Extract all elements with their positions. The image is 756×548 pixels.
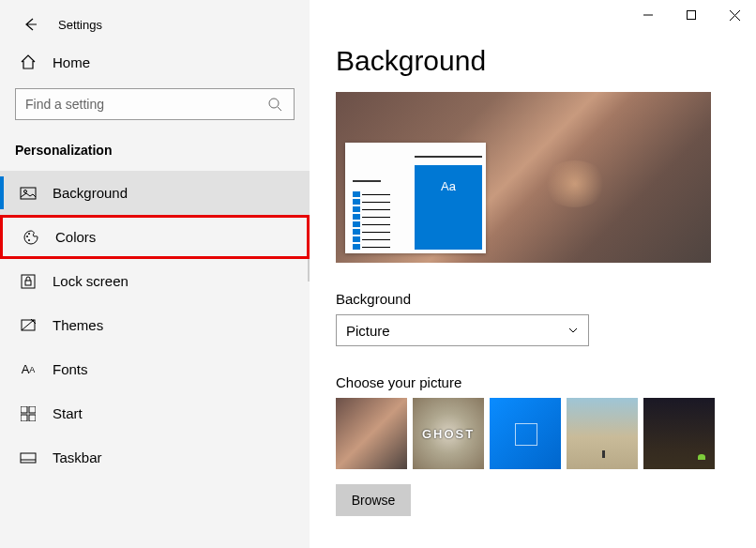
nav-lockscreen[interactable]: Lock screen — [0, 259, 310, 303]
picture-thumb-1[interactable] — [336, 398, 407, 469]
nav-taskbar[interactable]: Taskbar — [0, 435, 310, 480]
nav-themes[interactable]: Themes — [0, 303, 310, 347]
home-label: Home — [53, 54, 90, 70]
browse-button[interactable]: Browse — [336, 484, 411, 516]
picture-thumb-2[interactable]: GHOST — [413, 398, 484, 469]
background-dropdown-label: Background — [336, 291, 730, 307]
picture-thumbnails: GHOST — [336, 398, 730, 469]
preview-menu-lines — [349, 173, 411, 250]
sidebar: Settings Home Personalization Background… — [0, 0, 310, 548]
svg-rect-16 — [21, 415, 27, 421]
lockscreen-icon — [19, 272, 38, 291]
dropdown-value: Picture — [346, 323, 390, 339]
svg-rect-12 — [25, 281, 31, 285]
preview-panel: Aa — [345, 143, 486, 253]
svg-rect-18 — [21, 453, 36, 463]
nav-label: Fonts — [53, 361, 88, 377]
settings-title: Settings — [58, 18, 102, 32]
themes-icon — [19, 316, 38, 335]
svg-point-4 — [269, 99, 279, 108]
section-title: Personalization — [0, 137, 310, 171]
picture-thumb-5[interactable] — [643, 398, 715, 469]
svg-rect-17 — [29, 415, 36, 421]
start-icon — [19, 404, 38, 423]
search-icon — [265, 95, 284, 114]
window-controls — [627, 0, 756, 30]
svg-rect-15 — [29, 406, 36, 413]
close-button[interactable] — [713, 0, 756, 30]
page-title: Background — [336, 45, 730, 77]
palette-icon — [22, 228, 40, 247]
search-box[interactable] — [15, 88, 295, 120]
nav-fonts[interactable]: AA Fonts — [0, 347, 310, 391]
picture-icon — [19, 184, 38, 203]
nav-label: Themes — [53, 317, 103, 333]
preview-aa-tile: Aa — [415, 165, 482, 206]
nav-label: Lock screen — [53, 273, 129, 289]
main-panel: Background Aa — [310, 0, 756, 548]
preview-tiles: Aa — [415, 156, 482, 250]
nav-background[interactable]: Background — [0, 171, 310, 215]
taskbar-icon — [19, 449, 38, 467]
maximize-button[interactable] — [670, 0, 713, 30]
svg-point-7 — [24, 190, 27, 192]
background-dropdown[interactable]: Picture — [336, 314, 589, 346]
choose-picture-label: Choose your picture — [336, 374, 730, 390]
nav-label: Background — [53, 185, 128, 201]
picture-thumb-4[interactable] — [567, 398, 638, 469]
picture-thumb-3[interactable] — [490, 398, 561, 469]
svg-point-9 — [28, 233, 30, 235]
background-preview: Aa — [336, 92, 711, 263]
search-input[interactable] — [25, 97, 265, 112]
home-icon — [19, 53, 38, 71]
svg-point-8 — [26, 236, 28, 237]
svg-rect-14 — [21, 406, 27, 413]
back-icon[interactable] — [21, 15, 39, 34]
nav-colors[interactable]: Colors — [0, 215, 310, 259]
nav-start[interactable]: Start — [0, 391, 310, 435]
home-button[interactable]: Home — [0, 43, 310, 84]
nav-label: Taskbar — [53, 449, 102, 465]
svg-rect-6 — [21, 188, 36, 199]
nav-label: Start — [53, 405, 83, 421]
chevron-down-icon — [567, 323, 579, 339]
svg-point-10 — [28, 239, 30, 241]
fonts-icon: AA — [19, 360, 38, 379]
nav-label: Colors — [55, 229, 96, 245]
svg-line-5 — [278, 107, 281, 111]
titlebar: Settings — [0, 9, 310, 43]
svg-rect-1 — [688, 11, 696, 20]
minimize-button[interactable] — [627, 0, 670, 30]
